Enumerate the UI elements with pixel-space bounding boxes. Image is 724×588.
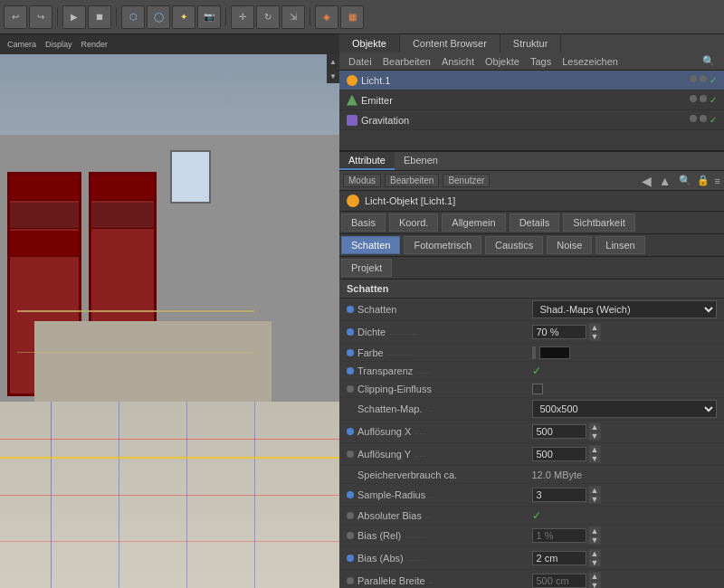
licht-icon [347,75,357,86]
prop-row-dichte: Dichte ............ ▲ ▼ [339,321,724,344]
vp-render-btn[interactable]: Render [78,39,112,50]
menu-objekte[interactable]: Objekte [480,55,525,68]
sample-radius-down[interactable]: ▼ [588,495,602,504]
menu-tags[interactable]: Tags [525,55,557,68]
parallele-breite-input[interactable] [532,574,586,588]
btn-tab-linsen[interactable]: Linsen [595,236,644,254]
bias-rel-input[interactable] [532,528,586,543]
toolbar-icon-cube[interactable]: ⬡ [121,5,145,29]
prop-ind-schatten [347,306,354,313]
btn-tabs-3: Projekt [339,257,724,280]
prop-label-clipping: Clipping-Einfluss [347,384,532,394]
menu-lesezeichen[interactable]: Lesezeichen [557,55,624,68]
prop-val-transparenz: ✓ [532,365,718,377]
obj-item-gravitation[interactable]: Gravitation ✓ [339,110,724,130]
btn-tab-caustics[interactable]: Caustics [485,236,543,254]
attr-arrow-left[interactable]: ◀ [642,174,652,188]
bias-abs-input[interactable] [532,551,586,565]
tab-attribute[interactable]: Attribute [339,152,395,170]
bias-abs-up[interactable]: ▲ [588,549,602,558]
schatten-map-select[interactable]: 500x500 250x250 1000x1000 [532,400,718,418]
toolbar-icon-sphere[interactable]: ◯ [147,5,170,29]
schatten-select[interactable]: Shad.-Maps (Weich) Keine Raytraced (Hart… [532,300,718,318]
bias-rel-up[interactable]: ▲ [588,526,602,536]
clipping-checkbox[interactable] [532,384,543,394]
toolbar-icon-move[interactable]: ✛ [231,5,254,29]
prop-ind-bias-rel [347,532,354,539]
bias-abs-down[interactable]: ▼ [588,558,602,567]
attr-more[interactable]: ≡ [715,175,720,186]
tab-ebenen[interactable]: Ebenen [395,152,447,170]
dot-grey-6 [700,115,707,122]
parallele-breite-up[interactable]: ▲ [588,572,602,581]
menu-bearbeiten[interactable]: Bearbeiten [377,55,436,68]
toolbar-icon-light[interactable]: ✦ [172,5,195,29]
parallele-breite-down[interactable]: ▼ [588,581,602,588]
dichte-up[interactable]: ▲ [588,323,602,332]
toolbar-icon-render-view[interactable]: ▦ [340,5,364,29]
menu-search[interactable]: 🔍 [697,54,720,68]
vp-nav-down[interactable]: ▼ [327,69,339,83]
gravitation-name: Gravitation [361,115,686,126]
toolbar-icon-rotate[interactable]: ↻ [256,5,280,29]
check-3: ✓ [710,115,717,125]
btn-tab-sichtbarkeit[interactable]: Sichtbarkeit [563,213,634,232]
prop-row-parallele-breite: Parallele Breite .. ▲ ▼ [339,570,724,588]
dichte-input[interactable] [532,325,586,339]
tab-content-browser[interactable]: Content Browser [400,34,500,52]
obj-item-emitter[interactable]: Emitter ✓ [339,90,724,110]
toolbar-icon-undo[interactable]: ↩ [4,5,27,29]
attr-lock[interactable]: 🔒 [697,175,710,186]
prop-val-parallele-breite: ▲ ▼ [532,572,718,588]
attr-modus[interactable]: Modus [343,174,381,187]
attr-arrow-up[interactable]: ▲ [659,174,672,188]
prop-row-sample-radius: Sample-Radius .. ▲ ▼ [339,484,724,507]
toolbar-icon-scale[interactable]: ⇲ [281,5,305,29]
btn-tab-schatten[interactable]: Schatten [341,236,400,254]
toolbar-icon-camera[interactable]: 📷 [197,5,221,29]
auflosung-x-input[interactable] [532,424,586,439]
objects-top: Objekte Content Browser Struktur Datei B… [339,34,724,152]
sample-radius-input[interactable] [532,488,586,502]
btn-tab-koord[interactable]: Koord. [389,213,438,232]
tab-objekte[interactable]: Objekte [339,34,400,52]
grid-v1 [51,402,52,589]
btn-tab-noise[interactable]: Noise [547,236,592,254]
attr-benutzer[interactable]: Benutzer [443,174,490,187]
vp-nav-up[interactable]: ▲ [327,54,339,69]
btn-tab-details[interactable]: Details [510,213,560,232]
prop-ind-transparenz [347,367,354,375]
toolbar-sep-2 [116,8,117,26]
vp-display-btn[interactable]: Display [42,39,76,50]
vp-camera-btn[interactable]: Camera [4,39,40,50]
auflosung-y-down[interactable]: ▼ [588,454,602,463]
bias-rel-down[interactable]: ▼ [588,536,602,545]
btn-tabs-2: Schatten Fotometrisch Caustics Noise Lin… [339,234,724,257]
btn-tab-projekt[interactable]: Projekt [341,259,392,277]
btn-tab-allgemein[interactable]: Allgemein [442,213,505,232]
auflosung-x-down[interactable]: ▼ [588,432,602,441]
farbe-arrow [532,346,536,359]
tab-struktur[interactable]: Struktur [500,34,562,52]
auflosung-y-up[interactable]: ▲ [588,445,602,454]
toolbar-icon-play[interactable]: ▶ [62,5,86,29]
attr-search[interactable]: 🔍 [679,175,691,186]
farbe-swatch[interactable] [539,346,570,359]
prop-row-schatten: Schatten Shad.-Maps (Weich) Keine Raytra… [339,299,724,321]
toolbar-icon-stop[interactable]: ⏹ [88,5,111,29]
auflosung-x-up[interactable]: ▲ [588,422,602,432]
prop-ind-schatten-map [347,405,354,413]
prop-label-transparenz: Transparenz ...... [347,365,532,376]
prop-label-auflosung-x: Auflösung X ..... [347,426,532,437]
sample-radius-up[interactable]: ▲ [588,486,602,495]
auflosung-y-input[interactable] [532,447,586,461]
attr-bearbeiten[interactable]: Bearbeiten [385,174,439,187]
dichte-down[interactable]: ▼ [588,332,602,341]
toolbar-icon-redo[interactable]: ↪ [29,5,52,29]
menu-ansicht[interactable]: Ansicht [436,55,480,68]
toolbar-icon-render[interactable]: ◈ [315,5,338,29]
btn-tab-basis[interactable]: Basis [341,213,386,232]
menu-datei[interactable]: Datei [343,55,377,68]
btn-tab-fotometrisch[interactable]: Fotometrisch [404,236,481,254]
obj-item-licht[interactable]: Licht.1 ✓ [339,71,724,90]
